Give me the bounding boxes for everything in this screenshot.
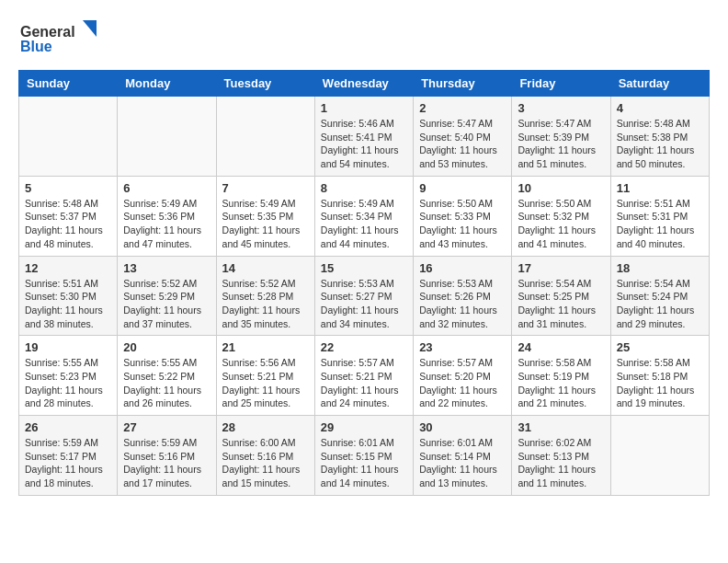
calendar-day-cell: 31Sunrise: 6:02 AM Sunset: 5:13 PM Dayli… — [512, 416, 610, 496]
day-number: 24 — [518, 340, 604, 354]
day-info: Sunrise: 6:02 AM Sunset: 5:13 PM Dayligh… — [518, 436, 604, 490]
calendar-day-cell: 3Sunrise: 5:47 AM Sunset: 5:39 PM Daylig… — [512, 97, 610, 177]
calendar-day-cell: 2Sunrise: 5:47 AM Sunset: 5:40 PM Daylig… — [414, 97, 512, 177]
day-number: 23 — [419, 340, 506, 354]
calendar-day-cell: 20Sunrise: 5:55 AM Sunset: 5:22 PM Dayli… — [118, 336, 216, 416]
day-info: Sunrise: 5:56 AM Sunset: 5:21 PM Dayligh… — [222, 356, 309, 410]
day-number: 18 — [617, 261, 703, 275]
day-number: 26 — [25, 420, 111, 434]
weekday-header: Saturday — [610, 71, 709, 97]
calendar-day-cell: 16Sunrise: 5:53 AM Sunset: 5:26 PM Dayli… — [414, 256, 512, 336]
day-info: Sunrise: 5:49 AM Sunset: 5:34 PM Dayligh… — [321, 197, 407, 251]
day-number: 17 — [518, 261, 604, 275]
calendar-week-row: 26Sunrise: 5:59 AM Sunset: 5:17 PM Dayli… — [19, 416, 710, 496]
weekday-header: Wednesday — [314, 71, 413, 97]
calendar-day-cell: 15Sunrise: 5:53 AM Sunset: 5:27 PM Dayli… — [314, 256, 413, 336]
calendar-week-row: 5Sunrise: 5:48 AM Sunset: 5:37 PM Daylig… — [19, 176, 710, 256]
day-number: 28 — [222, 420, 309, 434]
day-info: Sunrise: 5:49 AM Sunset: 5:35 PM Dayligh… — [222, 197, 309, 251]
weekday-header: Friday — [512, 71, 610, 97]
calendar-week-row: 1Sunrise: 5:46 AM Sunset: 5:41 PM Daylig… — [19, 97, 710, 177]
day-info: Sunrise: 5:53 AM Sunset: 5:26 PM Dayligh… — [419, 277, 506, 331]
calendar-day-cell: 7Sunrise: 5:49 AM Sunset: 5:35 PM Daylig… — [216, 176, 314, 256]
calendar-day-cell: 29Sunrise: 6:01 AM Sunset: 5:15 PM Dayli… — [314, 416, 413, 496]
calendar-day-cell: 19Sunrise: 5:55 AM Sunset: 5:23 PM Dayli… — [19, 336, 118, 416]
day-info: Sunrise: 5:48 AM Sunset: 5:38 PM Dayligh… — [617, 117, 703, 171]
day-number: 15 — [321, 261, 407, 275]
calendar-day-cell — [610, 416, 709, 496]
day-info: Sunrise: 5:53 AM Sunset: 5:27 PM Dayligh… — [321, 277, 407, 331]
day-number: 20 — [123, 340, 210, 354]
svg-marker-2 — [83, 20, 97, 37]
logo-icon: GeneralBlue — [18, 18, 101, 55]
day-number: 30 — [419, 420, 506, 434]
calendar-day-cell: 8Sunrise: 5:49 AM Sunset: 5:34 PM Daylig… — [314, 176, 413, 256]
svg-text:General: General — [20, 24, 75, 40]
calendar-day-cell: 5Sunrise: 5:48 AM Sunset: 5:37 PM Daylig… — [19, 176, 118, 256]
calendar-day-cell: 12Sunrise: 5:51 AM Sunset: 5:30 PM Dayli… — [19, 256, 118, 336]
day-info: Sunrise: 5:57 AM Sunset: 5:21 PM Dayligh… — [321, 356, 407, 410]
day-number: 12 — [25, 261, 111, 275]
day-number: 4 — [617, 101, 703, 115]
day-info: Sunrise: 6:01 AM Sunset: 5:14 PM Dayligh… — [419, 436, 506, 490]
calendar-day-cell — [216, 97, 314, 177]
calendar-day-cell: 14Sunrise: 5:52 AM Sunset: 5:28 PM Dayli… — [216, 256, 314, 336]
day-number: 5 — [25, 181, 111, 195]
weekday-header: Tuesday — [216, 71, 314, 97]
day-number: 7 — [222, 181, 309, 195]
day-info: Sunrise: 5:50 AM Sunset: 5:33 PM Dayligh… — [419, 197, 506, 251]
calendar-day-cell: 22Sunrise: 5:57 AM Sunset: 5:21 PM Dayli… — [314, 336, 413, 416]
calendar-week-row: 12Sunrise: 5:51 AM Sunset: 5:30 PM Dayli… — [19, 256, 710, 336]
day-info: Sunrise: 5:47 AM Sunset: 5:40 PM Dayligh… — [419, 117, 506, 171]
calendar-day-cell: 26Sunrise: 5:59 AM Sunset: 5:17 PM Dayli… — [19, 416, 118, 496]
day-number: 31 — [518, 420, 604, 434]
calendar-table: SundayMondayTuesdayWednesdayThursdayFrid… — [18, 70, 710, 496]
calendar-day-cell: 1Sunrise: 5:46 AM Sunset: 5:41 PM Daylig… — [314, 97, 413, 177]
day-info: Sunrise: 5:50 AM Sunset: 5:32 PM Dayligh… — [518, 197, 604, 251]
day-number: 9 — [419, 181, 506, 195]
calendar-day-cell: 18Sunrise: 5:54 AM Sunset: 5:24 PM Dayli… — [610, 256, 709, 336]
calendar-day-cell: 24Sunrise: 5:58 AM Sunset: 5:19 PM Dayli… — [512, 336, 610, 416]
calendar-day-cell: 10Sunrise: 5:50 AM Sunset: 5:32 PM Dayli… — [512, 176, 610, 256]
day-number: 29 — [321, 420, 407, 434]
day-number: 21 — [222, 340, 309, 354]
calendar-day-cell: 17Sunrise: 5:54 AM Sunset: 5:25 PM Dayli… — [512, 256, 610, 336]
day-info: Sunrise: 5:51 AM Sunset: 5:30 PM Dayligh… — [25, 277, 111, 331]
day-info: Sunrise: 5:47 AM Sunset: 5:39 PM Dayligh… — [518, 117, 604, 171]
day-number: 3 — [518, 101, 604, 115]
day-info: Sunrise: 6:01 AM Sunset: 5:15 PM Dayligh… — [321, 436, 407, 490]
day-info: Sunrise: 5:59 AM Sunset: 5:16 PM Dayligh… — [123, 436, 210, 490]
weekday-header: Monday — [118, 71, 216, 97]
calendar-day-cell: 9Sunrise: 5:50 AM Sunset: 5:33 PM Daylig… — [414, 176, 512, 256]
day-number: 8 — [321, 181, 407, 195]
calendar-day-cell: 11Sunrise: 5:51 AM Sunset: 5:31 PM Dayli… — [610, 176, 709, 256]
day-info: Sunrise: 5:52 AM Sunset: 5:29 PM Dayligh… — [123, 277, 210, 331]
calendar-day-cell: 30Sunrise: 6:01 AM Sunset: 5:14 PM Dayli… — [414, 416, 512, 496]
weekday-header: Sunday — [19, 71, 118, 97]
day-number: 10 — [518, 181, 604, 195]
day-info: Sunrise: 5:59 AM Sunset: 5:17 PM Dayligh… — [25, 436, 111, 490]
calendar-day-cell: 28Sunrise: 6:00 AM Sunset: 5:16 PM Dayli… — [216, 416, 314, 496]
calendar-day-cell: 6Sunrise: 5:49 AM Sunset: 5:36 PM Daylig… — [118, 176, 216, 256]
day-number: 25 — [617, 340, 703, 354]
day-info: Sunrise: 5:51 AM Sunset: 5:31 PM Dayligh… — [617, 197, 703, 251]
day-number: 27 — [123, 420, 210, 434]
day-info: Sunrise: 5:58 AM Sunset: 5:19 PM Dayligh… — [518, 356, 604, 410]
weekday-header: Thursday — [414, 71, 512, 97]
calendar-day-cell — [118, 97, 216, 177]
calendar-header-row: SundayMondayTuesdayWednesdayThursdayFrid… — [19, 71, 710, 97]
day-info: Sunrise: 5:58 AM Sunset: 5:18 PM Dayligh… — [617, 356, 703, 410]
day-info: Sunrise: 5:52 AM Sunset: 5:28 PM Dayligh… — [222, 277, 309, 331]
day-number: 11 — [617, 181, 703, 195]
calendar-day-cell: 27Sunrise: 5:59 AM Sunset: 5:16 PM Dayli… — [118, 416, 216, 496]
page-header: GeneralBlue — [18, 18, 710, 55]
day-number: 6 — [123, 181, 210, 195]
calendar-day-cell — [19, 97, 118, 177]
day-info: Sunrise: 5:57 AM Sunset: 5:20 PM Dayligh… — [419, 356, 506, 410]
logo: GeneralBlue — [18, 18, 101, 55]
day-info: Sunrise: 5:48 AM Sunset: 5:37 PM Dayligh… — [25, 197, 111, 251]
day-info: Sunrise: 5:55 AM Sunset: 5:22 PM Dayligh… — [123, 356, 210, 410]
day-number: 13 — [123, 261, 210, 275]
day-info: Sunrise: 5:55 AM Sunset: 5:23 PM Dayligh… — [25, 356, 111, 410]
day-number: 16 — [419, 261, 506, 275]
